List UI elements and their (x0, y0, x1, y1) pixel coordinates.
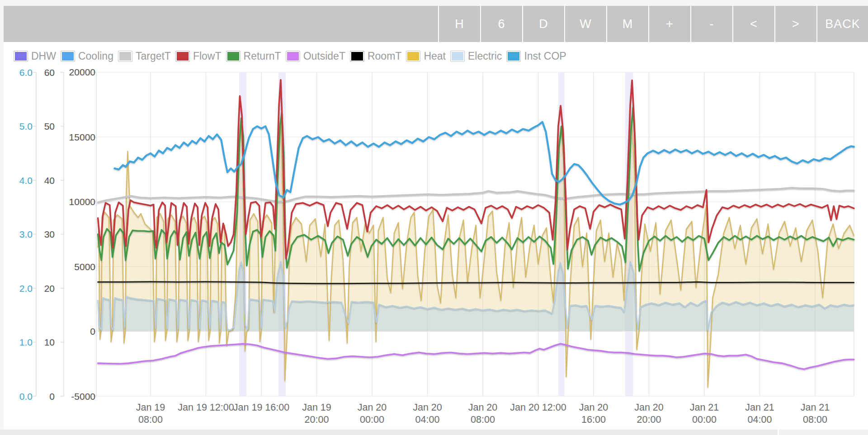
legend-swatch-electric (450, 51, 465, 62)
chart-canvas[interactable]: 6.05.04.03.02.01.00.06050403020100200001… (4, 42, 864, 430)
axis-label-cop: 6.0 (19, 67, 33, 78)
legend-label-returnt: ReturnT (244, 50, 281, 62)
x-axis-label-10: Jan 2020:00 (634, 402, 664, 425)
axis-label-power: 20000 (69, 67, 95, 77)
legend-swatch-cooling (61, 51, 75, 62)
legend-swatch-outsidet (286, 51, 300, 62)
axis-label-temp: 60 (44, 67, 55, 78)
legend-label-flowt: FlowT (193, 50, 222, 62)
axis-label-temp: 10 (44, 337, 55, 347)
toolbar-button-week[interactable]: W (564, 6, 606, 42)
toolbar-button-prev[interactable]: < (732, 6, 774, 42)
legend-item-returnt[interactable]: ReturnT (226, 50, 281, 62)
axis-label-cop: 5.0 (19, 121, 33, 131)
legend-swatch-returnt (226, 51, 241, 62)
toolbar-button-next[interactable]: > (774, 6, 816, 42)
legend-item-flowt[interactable]: FlowT (175, 50, 222, 62)
legend-label-outsidet: OutsideT (303, 50, 345, 62)
legend-swatch-instcop (506, 51, 521, 62)
x-axis-label-8: Jan 20 12:00 (510, 402, 566, 413)
x-axis-label-6: Jan 2004:00 (413, 402, 442, 425)
bottom-scrollbar-segment[interactable] (778, 430, 868, 435)
app-window: H6DWM+-<>BACK 6.05.04.03.02.01.00.060504… (0, 0, 868, 435)
legend-item-targett[interactable]: TargetT (118, 50, 171, 62)
x-axis-label-13: Jan 2108:00 (801, 402, 830, 425)
legend-swatch-roomt (350, 51, 364, 62)
axis-label-temp: 0 (49, 391, 55, 402)
toolbar-button-month[interactable]: M (606, 6, 648, 42)
legend-label-cooling: Cooling (78, 50, 113, 62)
x-axis-label-11: Jan 2100:00 (690, 402, 719, 425)
legend-label-heat: Heat (424, 50, 446, 62)
axis-label-cop: 3.0 (19, 229, 33, 239)
chart-card: 6.05.04.03.02.01.00.06050403020100200001… (4, 42, 868, 430)
x-axis-label-4: Jan 1920:00 (302, 402, 331, 425)
legend-label-instcop: Inst COP (524, 50, 566, 62)
toolbar-button-six[interactable]: 6 (480, 6, 522, 42)
legend-item-instcop[interactable]: Inst COP (506, 50, 566, 62)
axis-label-cop: 0.0 (19, 391, 33, 402)
axis-label-temp: 30 (44, 229, 55, 239)
legend-item-roomt[interactable]: RoomT (350, 50, 401, 62)
x-axis-label-3: Jan 19 16:00 (233, 402, 289, 413)
x-axis-label-12: Jan 2104:00 (745, 402, 774, 425)
axis-label-cop: 2.0 (19, 283, 33, 294)
legend-label-dhw: DHW (31, 50, 56, 62)
toolbar-button-hour[interactable]: H (438, 6, 480, 42)
toolbar-button-day[interactable]: D (522, 6, 564, 42)
legend-label-electric: Electric (468, 50, 502, 62)
legend-item-cooling[interactable]: Cooling (61, 50, 113, 62)
bottom-scrollbar[interactable] (0, 430, 868, 435)
toolbar-button-zoom-in[interactable]: + (648, 6, 690, 42)
legend-item-dhw[interactable]: DHW (14, 50, 56, 62)
axis-label-power: 15000 (69, 132, 95, 142)
axis-label-temp: 40 (44, 175, 55, 186)
plot-area[interactable] (98, 72, 854, 396)
x-axis-label-2: Jan 19 12:00 (178, 402, 234, 413)
chart-toolbar: H6DWM+-<>BACK (4, 6, 868, 42)
axis-label-temp: 20 (44, 283, 55, 294)
legend-label-roomt: RoomT (368, 50, 401, 62)
axis-label-power: 5000 (74, 262, 95, 272)
legend-swatch-heat (406, 51, 420, 62)
legend-label-targett: TargetT (136, 50, 171, 62)
legend-item-heat[interactable]: Heat (406, 50, 446, 62)
axis-label-power: -5000 (71, 391, 95, 402)
legend-item-outsidet[interactable]: OutsideT (286, 50, 345, 62)
legend-swatch-targett (118, 51, 132, 62)
legend-swatch-flowt (175, 51, 190, 62)
legend-item-electric[interactable]: Electric (450, 50, 502, 62)
axis-label-power: 10000 (69, 196, 95, 207)
axis-label-cop: 1.0 (19, 337, 33, 347)
x-axis-label-9: Jan 2016:00 (579, 402, 609, 425)
legend-swatch-dhw (14, 51, 28, 62)
toolbar-spacer (4, 6, 438, 42)
axis-label-temp: 50 (44, 121, 55, 131)
toolbar-button-back[interactable]: BACK (816, 6, 868, 42)
x-axis-label-1: Jan 1908:00 (136, 402, 165, 425)
axis-label-cop: 4.0 (19, 175, 33, 186)
chart-legend: DHWCoolingTargetTFlowTReturnTOutsideTRoo… (14, 50, 571, 62)
axis-label-power: 0 (90, 326, 95, 337)
x-axis-label-5: Jan 2000:00 (358, 402, 387, 425)
x-axis-label-7: Jan 2008:00 (468, 402, 498, 425)
toolbar-button-zoom-out[interactable]: - (690, 6, 732, 42)
